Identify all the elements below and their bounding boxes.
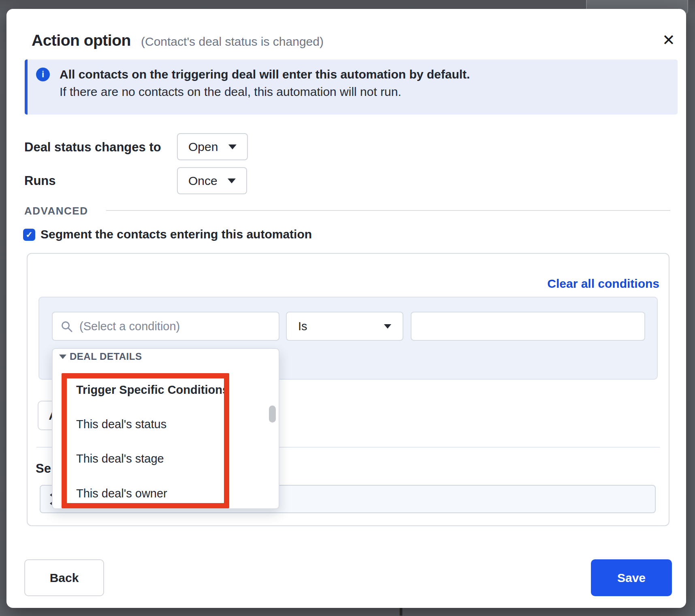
- modal-title: Action option: [32, 32, 131, 49]
- condition-value-input[interactable]: [411, 312, 645, 341]
- chevron-down-icon: [384, 324, 391, 329]
- deal-status-label: Deal status changes to: [24, 140, 161, 155]
- info-banner: i All contacts on the triggering deal wi…: [25, 59, 678, 115]
- runs-label: Runs: [24, 174, 56, 188]
- annotation-red-box: [62, 373, 229, 508]
- runs-select[interactable]: Once: [177, 167, 247, 194]
- operator-select[interactable]: Is: [286, 312, 403, 341]
- close-button[interactable]: ✕: [658, 29, 680, 51]
- chevron-down-icon: [228, 178, 236, 183]
- deal-status-value: Open: [188, 140, 218, 154]
- advanced-heading: ADVANCED: [24, 205, 88, 217]
- condition-search-input[interactable]: (Select a condition): [52, 312, 279, 341]
- search-icon: [61, 321, 73, 333]
- operator-value: Is: [298, 320, 307, 333]
- banner-line-2: If there are no contacts on the deal, th…: [60, 85, 401, 99]
- runs-value: Once: [188, 174, 217, 188]
- chevron-down-icon: [228, 144, 237, 149]
- deal-status-select[interactable]: Open: [177, 133, 248, 160]
- modal-subtitle: (Contact's deal status is changed): [141, 35, 324, 49]
- banner-line-1: All contacts on the triggering deal will…: [60, 68, 470, 81]
- back-button[interactable]: Back: [24, 559, 104, 596]
- collapse-triangle-icon[interactable]: [59, 355, 66, 359]
- screen: T Action option (Contact's deal status i…: [0, 0, 695, 616]
- clear-all-conditions-link[interactable]: Clear all conditions: [446, 277, 659, 291]
- close-icon: ✕: [662, 31, 675, 49]
- segment-checkbox[interactable]: ✓: [23, 229, 35, 241]
- dropdown-scrollbar-thumb[interactable]: [269, 406, 276, 423]
- info-icon: i: [36, 68, 50, 81]
- condition-search-placeholder: (Select a condition): [79, 320, 180, 333]
- advanced-divider: [106, 210, 670, 211]
- save-button[interactable]: Save: [591, 559, 672, 596]
- check-icon: ✓: [26, 230, 33, 240]
- segment-checkbox-label: Segment the contacts entering this autom…: [41, 227, 312, 241]
- action-option-modal: Action option (Contact's deal status is …: [6, 9, 686, 608]
- section-label-partial: Se: [36, 461, 51, 476]
- dropdown-group-label: DEAL DETAILS: [70, 351, 142, 362]
